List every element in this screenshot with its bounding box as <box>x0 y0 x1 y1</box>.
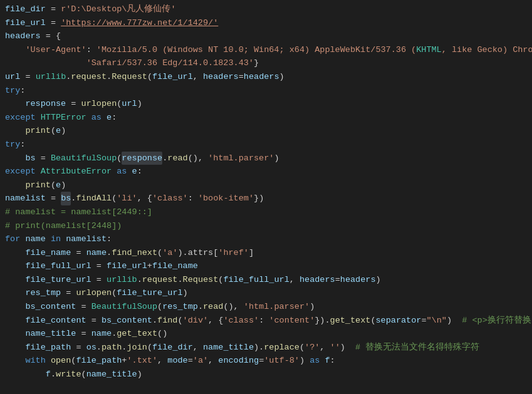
code-line: with open(file_path+'.txt', mode='a', en… <box>0 354 532 368</box>
code-line: res_tmp = urlopen(file_ture_url) <box>0 286 532 300</box>
code-line: except AttributeError as e: <box>0 165 532 179</box>
code-line: 'User-Agent': 'Mozilla/5.0 (Windows NT 1… <box>0 43 532 57</box>
code-lines: file_dir = r'D:\Desktop\凡人修仙传'file_url =… <box>0 3 532 381</box>
code-line: file_name = name.find_next('a').attrs['h… <box>0 246 532 260</box>
code-line: url = urllib.request.Request(file_url, h… <box>0 70 532 84</box>
code-line: name_title = name.get_text() <box>0 327 532 341</box>
code-line: try: <box>0 138 532 152</box>
code-line: try: <box>0 84 532 98</box>
code-line: response = urlopen(url) <box>0 97 532 111</box>
code-line: file_content = bs_content.find('div', {'… <box>0 314 532 328</box>
code-line: file_path = os.path.join(file_dir, name_… <box>0 341 532 355</box>
code-line: except HTTPError as e: <box>0 111 532 125</box>
code-line: bs_content = BeautifulSoup(res_tmp.read(… <box>0 300 532 314</box>
code-line: bs = BeautifulSoup(response.read(), 'htm… <box>0 152 532 165</box>
code-line: f.write(name_title) <box>0 368 532 381</box>
code-line: 'Safari/537.36 Edg/114.0.1823.43'} <box>0 56 532 70</box>
code-line: namelist = bs.findAll('li', {'class': 'b… <box>0 192 532 205</box>
code-line: headers = { <box>0 29 532 43</box>
code-line: for name in namelist: <box>0 232 532 246</box>
code-line: file_url = 'https://www.777zw.net/1/1429… <box>0 16 532 30</box>
code-line: print(e) <box>0 124 532 138</box>
code-line: # namelist = namelist[2449::] <box>0 205 532 219</box>
code-line: file_ture_url = urllib.request.Request(f… <box>0 273 532 287</box>
code-line: print(e) <box>0 179 532 192</box>
code-line: file_full_url = file_url+file_name <box>0 259 532 273</box>
code-editor: file_dir = r'D:\Desktop\凡人修仙传'file_url =… <box>0 0 532 394</box>
code-line: # print(namelist[2448]) <box>0 219 532 233</box>
code-line: file_dir = r'D:\Desktop\凡人修仙传' <box>0 3 532 16</box>
